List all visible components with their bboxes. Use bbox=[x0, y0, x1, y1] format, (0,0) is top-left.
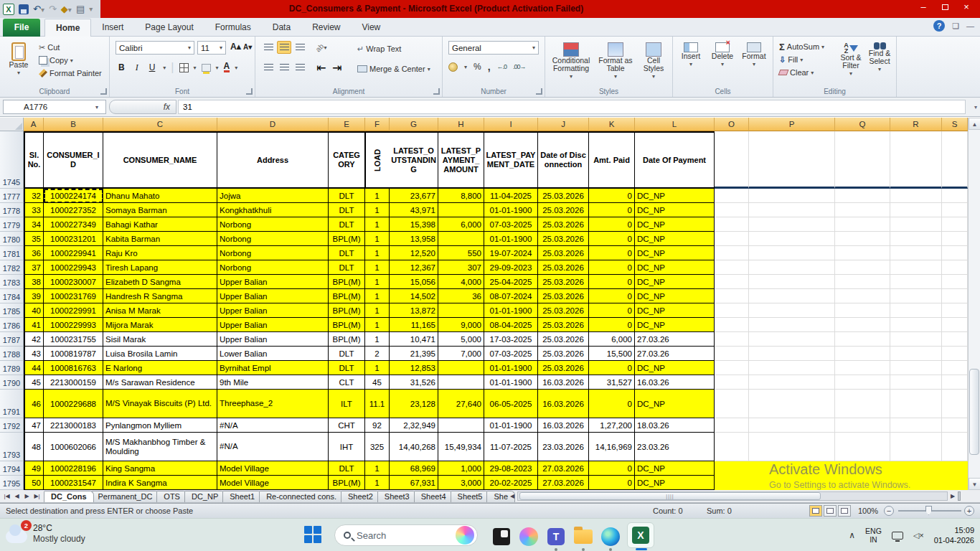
sheet-tab-sheet1[interactable]: Sheet1 bbox=[222, 491, 262, 502]
spill-cell[interactable] bbox=[715, 461, 749, 476]
spill-cell[interactable] bbox=[890, 131, 942, 189]
zoom-in-button[interactable]: + bbox=[964, 506, 974, 516]
grid-cell[interactable]: Upper Balian bbox=[217, 289, 329, 303]
number-format-select[interactable]: General▾ bbox=[448, 41, 539, 55]
grid-cell[interactable]: E Narlong bbox=[103, 361, 217, 375]
excel-app-icon[interactable]: X bbox=[3, 4, 14, 15]
grid-cell[interactable]: Anisa M Marak bbox=[103, 303, 217, 318]
spill-cell[interactable] bbox=[749, 131, 835, 189]
row-header-1790[interactable]: 1790 bbox=[0, 375, 24, 390]
spill-cell[interactable] bbox=[942, 246, 968, 260]
spill-cell[interactable] bbox=[890, 347, 942, 361]
cell-styles-button[interactable]: Cell Styles▾ bbox=[637, 39, 670, 80]
table-header-cell[interactable]: Sl. No. bbox=[24, 131, 44, 189]
format-painter-button[interactable]: Format Painter bbox=[37, 67, 103, 80]
grid-cell[interactable]: DC_NP bbox=[635, 461, 715, 476]
grid-cell[interactable]: Upper Balian bbox=[217, 275, 329, 289]
grid-cell[interactable]: 23.03.26 bbox=[635, 433, 715, 461]
grid-cell[interactable]: 41 bbox=[24, 318, 44, 332]
conditional-formatting-button[interactable]: Conditional Formatting▾ bbox=[548, 39, 594, 80]
spill-cell[interactable] bbox=[715, 361, 749, 375]
increase-decimal-icon[interactable]: ←.0 bbox=[497, 63, 507, 70]
grid-cell[interactable]: Mijora Marak bbox=[103, 318, 217, 332]
grid-cell[interactable]: 34 bbox=[24, 217, 44, 232]
grid-cell[interactable]: 25.03.2026 bbox=[538, 275, 589, 289]
sheet-tab-ots[interactable]: OTS bbox=[156, 491, 187, 502]
taskbar-app-dark-icon[interactable] bbox=[491, 526, 512, 547]
table-header-cell[interactable]: Date Of Payment bbox=[635, 131, 715, 189]
grid-cell[interactable]: 01-01-1900 bbox=[484, 203, 538, 217]
grid-cell[interactable]: 47 bbox=[24, 418, 44, 433]
spill-cell[interactable] bbox=[749, 232, 835, 246]
sheet-tab-sheet5[interactable]: Sheet5 bbox=[451, 491, 490, 502]
grid-cell[interactable]: 27,640 bbox=[438, 390, 484, 418]
grid-cell[interactable]: 0 bbox=[589, 390, 635, 418]
grid-cell[interactable]: CHT bbox=[329, 418, 365, 433]
alignment-dialog-launcher[interactable] bbox=[433, 88, 440, 95]
grid-cell[interactable]: BPL(M) bbox=[329, 289, 365, 303]
last-sheet-icon[interactable]: ▶| bbox=[32, 493, 42, 499]
grid-cell[interactable]: 15,49,934 bbox=[438, 433, 484, 461]
spill-cell[interactable] bbox=[749, 189, 835, 203]
sheet-tab-dc-cons[interactable]: DC_Cons bbox=[44, 491, 94, 502]
print-preview-icon[interactable]: ▤ bbox=[76, 4, 85, 14]
font-size-select[interactable]: 11▾ bbox=[197, 41, 226, 55]
grid-cell[interactable]: 42 bbox=[24, 332, 44, 347]
spill-cell[interactable] bbox=[942, 461, 968, 476]
column-header-P[interactable]: P bbox=[749, 118, 835, 131]
grid-cell[interactable]: 1 bbox=[365, 232, 390, 246]
grid-cell[interactable]: DLT bbox=[329, 347, 365, 361]
spill-cell[interactable] bbox=[835, 476, 890, 490]
grid-cell[interactable]: 1 bbox=[365, 246, 390, 260]
grid-cell[interactable]: DC_NP bbox=[635, 476, 715, 490]
grid-cell[interactable]: #N/A bbox=[217, 433, 329, 461]
tab-page-layout[interactable]: Page Layout bbox=[134, 19, 204, 37]
grid-cell[interactable]: Threephase_2 bbox=[217, 390, 329, 418]
sheet-tab-reconnected[interactable]: Re-connected cons. bbox=[259, 491, 344, 502]
clipboard-dialog-launcher[interactable] bbox=[100, 88, 107, 95]
spill-cell[interactable] bbox=[749, 418, 835, 433]
spill-cell[interactable] bbox=[835, 232, 890, 246]
hscroll-track[interactable]: |||| bbox=[517, 491, 948, 501]
scroll-up-icon[interactable]: ▲ bbox=[969, 118, 980, 130]
grid-cell[interactable]: 1000819787 bbox=[44, 347, 103, 361]
grid-cell[interactable] bbox=[438, 361, 484, 375]
grid-cell[interactable]: Handresh R Sangma bbox=[103, 289, 217, 303]
spill-cell[interactable] bbox=[890, 332, 942, 347]
spill-cell[interactable] bbox=[942, 232, 968, 246]
grid-cell[interactable]: 15,398 bbox=[390, 217, 438, 232]
redo-icon[interactable]: ↷ bbox=[49, 4, 57, 14]
align-right-button[interactable] bbox=[293, 61, 307, 74]
grid-cell[interactable]: 14,502 bbox=[390, 289, 438, 303]
grid-cell[interactable]: 12,853 bbox=[390, 361, 438, 375]
formula-input[interactable]: 31 bbox=[178, 100, 966, 114]
spill-cell[interactable] bbox=[715, 418, 749, 433]
table-header-cell[interactable]: Date of Disconnection bbox=[538, 131, 589, 189]
spill-cell[interactable] bbox=[835, 275, 890, 289]
grid-cell[interactable]: DC_NP bbox=[635, 318, 715, 332]
spill-cell[interactable] bbox=[890, 476, 942, 490]
grid-cell[interactable]: 1 bbox=[365, 275, 390, 289]
grid-cell[interactable]: DC_NP bbox=[635, 189, 715, 203]
grid-cell[interactable]: ILT bbox=[329, 390, 365, 418]
grid-cell[interactable]: 1000602066 bbox=[44, 433, 103, 461]
shrink-font-button[interactable]: A▾ bbox=[240, 43, 255, 51]
grid-cell[interactable]: 21,395 bbox=[390, 347, 438, 361]
spill-cell[interactable] bbox=[749, 260, 835, 275]
grid-cell[interactable]: 44 bbox=[24, 361, 44, 375]
percent-style-button[interactable]: % bbox=[473, 62, 481, 72]
grid-cell[interactable]: Bahagi Kathar bbox=[103, 217, 217, 232]
row-header-1782[interactable]: 1782 bbox=[0, 260, 24, 275]
spill-cell[interactable] bbox=[835, 375, 890, 390]
grid-cell[interactable]: DC_NP bbox=[635, 203, 715, 217]
grid-cell[interactable]: 6,000 bbox=[438, 217, 484, 232]
tab-file[interactable]: File bbox=[3, 19, 40, 37]
grid-cell[interactable]: DC_NP bbox=[635, 246, 715, 260]
grid-cell[interactable]: 0 bbox=[589, 289, 635, 303]
grid-cell[interactable]: 29-08-2023 bbox=[484, 461, 538, 476]
grid-cell[interactable]: 325 bbox=[365, 433, 390, 461]
grid-cell[interactable]: #N/A bbox=[217, 418, 329, 433]
grid-cell[interactable]: BPL(M) bbox=[329, 318, 365, 332]
first-sheet-icon[interactable]: |◀ bbox=[2, 493, 11, 499]
grid-cell[interactable]: 36 bbox=[24, 246, 44, 260]
